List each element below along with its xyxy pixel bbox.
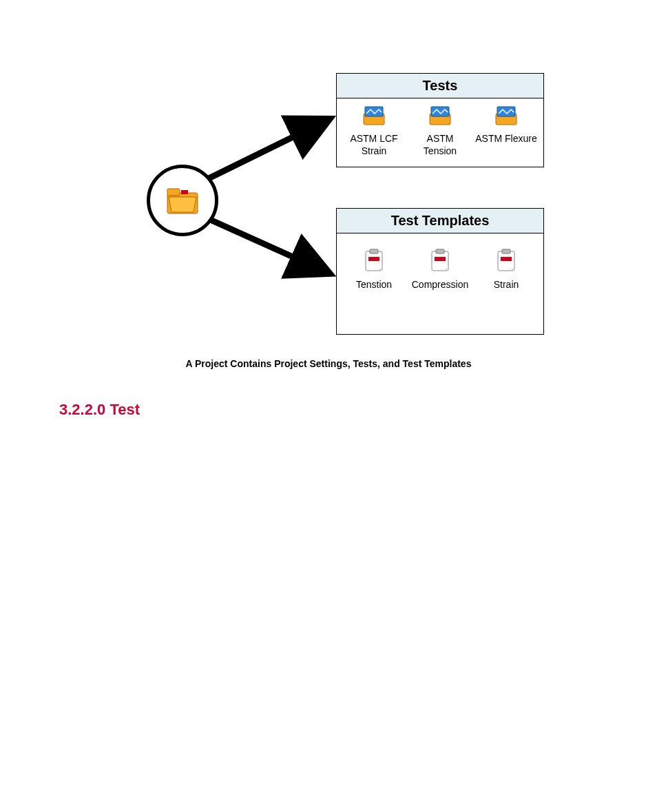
folder-icon: [166, 186, 199, 215]
test-templates-panel-body: Tenstion Compression: [337, 233, 543, 301]
test-file-icon: [494, 105, 518, 126]
template-item: Tenstion: [343, 249, 405, 291]
svg-rect-14: [368, 257, 379, 261]
template-item-label: Tenstion: [356, 279, 392, 291]
test-item-label: ASTM Flexure: [475, 133, 536, 145]
arrows-layer: [0, 0, 657, 344]
project-folder-node: [147, 165, 218, 236]
test-item-label: ASTM Tension: [409, 133, 471, 157]
test-file-icon: [428, 105, 452, 126]
svg-rect-18: [435, 257, 446, 261]
svg-rect-21: [502, 249, 510, 253]
template-item-label: Strain: [494, 279, 519, 291]
test-item-label: ASTM LCF Strain: [343, 133, 405, 157]
tests-panel: Tests ASTM LCF Strain: [336, 73, 544, 167]
tests-panel-body: ASTM LCF Strain ASTM Tension: [337, 98, 543, 167]
svg-line-2: [209, 219, 325, 271]
clipboard-icon: [364, 249, 384, 272]
test-templates-panel-title: Test Templates: [337, 209, 543, 233]
test-item: ASTM Flexure: [475, 105, 537, 145]
svg-rect-13: [370, 249, 378, 253]
svg-rect-22: [501, 257, 512, 261]
section-heading: 3.2.2.0 Test: [59, 401, 140, 419]
clipboard-icon: [497, 249, 516, 272]
tests-panel-title: Tests: [337, 74, 543, 98]
svg-rect-5: [181, 190, 188, 194]
test-file-icon: [362, 105, 386, 126]
svg-line-1: [207, 121, 325, 179]
test-item: ASTM LCF Strain: [343, 105, 405, 157]
clipboard-icon: [430, 249, 450, 272]
project-diagram: Tests ASTM LCF Strain: [0, 0, 657, 344]
svg-rect-17: [436, 249, 444, 253]
test-templates-panel: Test Templates Tenstion: [336, 208, 544, 335]
template-item-label: Compression: [412, 279, 468, 291]
test-item: ASTM Tension: [409, 105, 471, 157]
diagram-caption: A Project Contains Project Settings, Tes…: [0, 358, 657, 369]
template-item: Compression: [409, 249, 471, 291]
template-item: Strain: [475, 249, 537, 291]
svg-rect-4: [167, 189, 180, 196]
